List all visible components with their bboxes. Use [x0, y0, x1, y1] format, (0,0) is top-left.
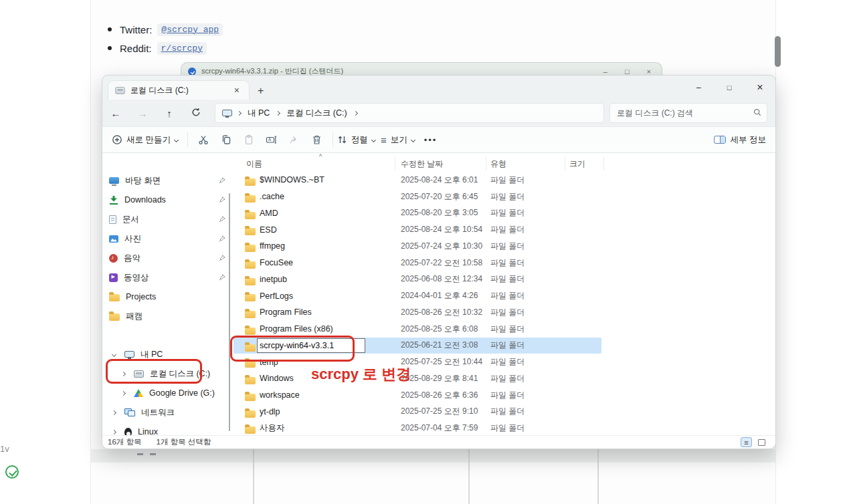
file-type: 파일 폴더 [490, 241, 525, 252]
file-row[interactable]: Program Files (x86) 2025-08-25 오후 6:08 파… [231, 321, 775, 338]
bandizip-window-controls[interactable]: – □ × [603, 68, 651, 76]
file-row[interactable]: 사용자 2025-07-04 오후 7:59 파일 폴더 [231, 420, 775, 436]
minimize-button[interactable]: − [683, 82, 714, 93]
file-row[interactable]: yt-dlp 2025-07-25 오전 9:10 파일 폴더 [231, 404, 775, 420]
column-name[interactable]: 이름 [246, 158, 262, 170]
sidebar-item-동영상[interactable]: 동영상 [109, 269, 227, 286]
file-name: AMD [260, 209, 278, 218]
page-scrollbar-thumb[interactable] [775, 36, 781, 67]
column-divider[interactable] [395, 157, 395, 170]
column-divider[interactable] [486, 157, 486, 170]
page-fragment-mark [150, 453, 156, 455]
sidebar-item-label: 내 PC [140, 349, 227, 360]
bandizip-maximize-button[interactable]: □ [625, 68, 630, 76]
breadcrumb[interactable]: 내 PC로컬 디스크 (C:) [215, 103, 604, 123]
details-pane-label: 세부 정보 [731, 134, 766, 146]
tree-chevron[interactable] [109, 430, 118, 434]
navigation-sidebar: 바탕 화면 Downloads 문서 사진 음악 [102, 153, 231, 436]
file-row[interactable]: AMD 2025-08-20 오후 3:05 파일 폴더 [231, 205, 775, 222]
sidebar-item-downloads[interactable]: Downloads [109, 191, 227, 209]
file-type: 파일 폴더 [490, 340, 525, 351]
sidebar-item-네트워크[interactable]: 네트워크 [109, 404, 227, 421]
tree-chevron[interactable] [118, 392, 128, 395]
thumbnail-view-toggle[interactable] [756, 437, 767, 447]
music-icon [109, 254, 118, 263]
page-version-label: 1v [0, 444, 9, 454]
paste-button[interactable] [238, 131, 260, 148]
file-date-modified: 2025-08-24 오후 6:01 [401, 174, 478, 186]
column-divider[interactable] [565, 157, 565, 170]
external-link[interactable]: r/scrcpy [157, 42, 207, 55]
file-row[interactable]: FocuSee 2025-07-22 오전 10:58 파일 폴더 [231, 255, 775, 271]
pin-icon [219, 213, 225, 225]
file-row[interactable]: Program Files 2025-08-26 오전 10:32 파일 폴더 [231, 304, 775, 321]
forward-button[interactable]: → [129, 108, 156, 119]
new-button[interactable]: 새로 만들기 [112, 134, 178, 146]
selection-count: 1개 항목 선택함 [157, 437, 211, 447]
sort-button-label: 정렬 [351, 134, 368, 146]
column-type[interactable]: 유형 [490, 158, 506, 170]
close-button[interactable]: × [745, 82, 775, 94]
folder-icon [245, 377, 256, 384]
sidebar-scrollbar[interactable] [229, 193, 230, 431]
refresh-icon[interactable] [183, 108, 209, 119]
sidebar-item-패캠[interactable]: 패캠 [109, 307, 227, 325]
more-options-button[interactable]: ••• [424, 135, 438, 145]
file-row[interactable]: workspace 2025-08-26 오후 6:36 파일 폴더 [231, 387, 775, 404]
share-button[interactable] [283, 131, 306, 148]
file-type: 파일 폴더 [490, 273, 525, 285]
file-type: 파일 폴더 [490, 324, 525, 335]
delete-button[interactable] [306, 131, 328, 148]
back-button[interactable]: ← [102, 108, 129, 119]
file-row[interactable]: ffmpeg 2025-07-24 오후 10:30 파일 폴더 [231, 238, 775, 255]
search-box[interactable] [609, 103, 767, 123]
up-button[interactable]: ↑ [156, 108, 183, 119]
sidebar-item-사진[interactable]: 사진 [109, 230, 227, 247]
copy-button[interactable] [215, 131, 238, 148]
bullet-icon [108, 46, 112, 50]
file-row[interactable]: PerfLogs 2024-04-01 오후 4:26 파일 폴더 [231, 287, 775, 304]
sidebar-item-문서[interactable]: 문서 [109, 211, 227, 228]
tree-chevron[interactable] [109, 411, 118, 414]
bandizip-close-button[interactable]: × [647, 68, 651, 76]
details-pane-button[interactable]: 세부 정보 [714, 134, 766, 146]
sort-button[interactable]: 정렬 [337, 134, 375, 146]
sidebar-item-음악[interactable]: 음악 [109, 249, 227, 267]
sidebar-item-linux[interactable]: Linux [109, 423, 227, 436]
explorer-tab[interactable]: 로컬 디스크 (C:) × [108, 80, 250, 100]
column-date[interactable]: 수정한 날짜 [401, 158, 443, 170]
sidebar-item-바탕-화면[interactable]: 바탕 화면 [109, 172, 227, 189]
file-row[interactable]: .cache 2025-07-20 오후 6:45 파일 폴더 [231, 188, 775, 205]
file-name: FocuSee [260, 258, 293, 267]
tab-close-icon[interactable]: × [231, 85, 242, 96]
breadcrumb-segment[interactable]: 로컬 디스크 (C:) [284, 108, 349, 119]
column-size[interactable]: 크기 [569, 158, 585, 170]
bandizip-minimize-button[interactable]: – [603, 68, 607, 76]
page-fragment-mark [137, 453, 143, 455]
folder-icon [245, 245, 256, 252]
file-row[interactable]: $WINDOWS.~BT 2025-08-24 오후 6:01 파일 폴더 [231, 172, 775, 188]
external-link[interactable]: @scrcpy_app [157, 23, 223, 36]
breadcrumb-segment[interactable]: 내 PC [245, 108, 272, 119]
file-row[interactable]: ESD 2025-08-24 오후 10:54 파일 폴더 [231, 221, 775, 238]
readme-link-list: Twitter: @scrcpy_app Reddit: r/scrcpy [108, 20, 223, 57]
search-input[interactable] [616, 108, 753, 118]
network-icon [124, 408, 135, 416]
annotation-box-rename-field [230, 336, 355, 362]
chevron-right-icon [276, 110, 280, 115]
sidebar-item-google-drive-g-[interactable]: Google Drive (G:) [118, 384, 236, 402]
file-type: 파일 폴더 [490, 290, 525, 301]
file-type: 파일 폴더 [490, 390, 525, 401]
cut-button[interactable] [192, 131, 215, 148]
new-tab-button[interactable]: + [258, 85, 264, 97]
rename-button[interactable]: A [260, 131, 283, 148]
view-button[interactable]: ≡ 보기 [381, 134, 415, 146]
file-date-modified: 2025-07-24 오후 10:30 [401, 241, 482, 252]
file-row[interactable]: inetpub 2025-06-08 오전 12:34 파일 폴더 [231, 271, 775, 288]
sidebar-item-projects[interactable]: Projects [109, 288, 227, 305]
tree-chevron[interactable] [109, 353, 118, 356]
list-view-toggle[interactable]: ≡ [741, 437, 752, 447]
maximize-button[interactable]: □ [714, 84, 745, 92]
column-divider[interactable] [603, 157, 604, 170]
bandizip-app-icon [188, 68, 196, 76]
